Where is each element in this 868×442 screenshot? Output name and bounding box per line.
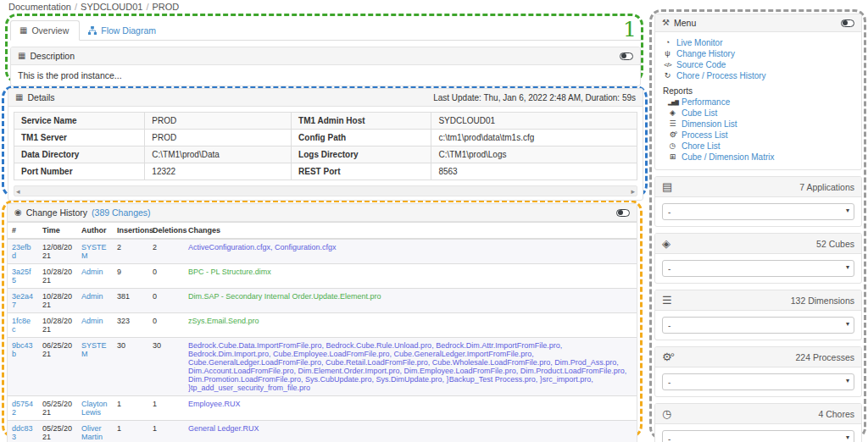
col-header-time: Time: [38, 223, 77, 240]
detail-value: 8563: [431, 163, 637, 180]
detail-value: SYDCLOUD01: [431, 113, 637, 130]
deletions-count: 1: [148, 396, 184, 421]
menu-item-process-list[interactable]: Process List: [663, 130, 854, 141]
insertions-count: 323: [113, 313, 148, 338]
detail-value: PROD: [145, 130, 292, 146]
detail-label: TM1 Admin Host: [292, 113, 431, 130]
author-link[interactable]: Oliver Martin: [81, 424, 103, 441]
scroll-left-icon[interactable]: ◂: [16, 187, 20, 196]
list-icon: [662, 295, 672, 306]
list-icon: [668, 120, 677, 128]
details-table: Service NamePROD TM1 Admin HostSYDCLOUD0…: [14, 112, 637, 180]
col-header-author: Author: [77, 223, 113, 240]
changes-link[interactable]: Bedrock.Cube.Data.ImportFromFile.pro, Be…: [188, 341, 626, 392]
chores-count-label: 4 Chores: [818, 409, 854, 419]
menu-link[interactable]: Change History: [676, 48, 735, 59]
commit-hash-link[interactable]: 1fc8ec: [12, 317, 31, 334]
detail-value: PROD: [145, 113, 292, 130]
breadcrumb-item-documentation[interactable]: Documentation: [8, 2, 71, 12]
author-link[interactable]: Admin: [81, 317, 103, 325]
menu-link[interactable]: Source Code: [676, 59, 726, 70]
description-title: Description: [30, 51, 75, 61]
collapse-toggle-icon[interactable]: [616, 209, 630, 217]
changes-link[interactable]: BPC - PL Structure.dimx: [188, 268, 271, 276]
change-history-header: Change History (389 Changes): [8, 204, 637, 222]
table-row: ddc833 05/25/2021 Oliver Martin 1 1 Gene…: [8, 421, 637, 442]
changes-link[interactable]: Employee.RUX: [188, 400, 241, 408]
last-update-label: Last Update: Thu, Jan 6, 2022 2:48 AM, D…: [433, 93, 636, 102]
menu-link[interactable]: Live Monitor: [676, 37, 722, 48]
table-row: 3e2a47 10/28/2021 Admin 381 0 Dim.SAP - …: [8, 289, 637, 313]
clock-icon: [668, 142, 677, 150]
deletions-count: 0: [148, 264, 184, 289]
commit-hash-link[interactable]: 9bc43b: [12, 341, 33, 358]
author-link[interactable]: Admin: [81, 268, 103, 276]
menu-item-live-monitor[interactable]: Live Monitor: [663, 37, 854, 48]
commit-time: 05/25/2021: [38, 421, 77, 442]
menu-link[interactable]: Cube List: [682, 108, 717, 119]
menu-link[interactable]: Dimension List: [682, 119, 737, 130]
author-link[interactable]: Admin: [81, 292, 103, 301]
detail-label: Config Path: [292, 130, 431, 146]
history-icon: [663, 72, 672, 80]
changes-link[interactable]: ActiveConfiguration.cfgx, Configuration.…: [188, 243, 337, 251]
menu-item-source-code[interactable]: Source Code: [663, 59, 854, 70]
commit-time: 10/28/2021: [38, 313, 77, 338]
menu-item-change-history[interactable]: Change History: [663, 48, 854, 59]
horizontal-scrollbar[interactable]: ◂ ▸: [14, 185, 637, 196]
chores-panel: 4 Chores - ▾: [654, 403, 862, 442]
change-history-table: # Time Author Insertions Deletions Chang…: [8, 222, 637, 442]
menu-title: Menu: [674, 18, 696, 28]
menu-link[interactable]: Chore List: [682, 141, 721, 152]
menu-item-dimension-list[interactable]: Dimension List: [663, 119, 854, 130]
detail-value: C:\TM1\prod\Logs: [431, 146, 637, 163]
menu-item-cube-dimension-matrix[interactable]: Cube / Dimension Matrix: [663, 152, 854, 163]
processes-select[interactable]: -: [662, 373, 854, 390]
dimensions-select[interactable]: -: [662, 317, 854, 334]
change-count-link[interactable]: (389 Changes): [92, 207, 150, 218]
col-header-changes: Changes: [184, 223, 637, 240]
menu-link[interactable]: Cube / Dimension Matrix: [682, 152, 774, 163]
detail-label: TM1 Server: [14, 130, 145, 146]
applications-select[interactable]: -: [662, 203, 854, 220]
chores-select[interactable]: -: [662, 430, 854, 442]
detail-label: Port Number: [14, 163, 145, 180]
eye-icon: [14, 208, 22, 217]
changes-link[interactable]: General Ledger.RUX: [188, 424, 259, 433]
menu-header: Menu: [655, 14, 861, 32]
commit-hash-link[interactable]: 3a25f5: [12, 268, 31, 285]
col-header-hash: #: [8, 223, 38, 240]
tab-overview[interactable]: Overview: [10, 20, 80, 41]
commit-hash-link[interactable]: 23efbd: [12, 243, 31, 260]
changes-link[interactable]: Dim.SAP - Secondary Internal Order.Updat…: [188, 292, 381, 301]
cubes-select[interactable]: -: [662, 260, 854, 277]
collapse-toggle-icon[interactable]: [841, 19, 854, 27]
tab-flow-diagram[interactable]: Flow Diagram: [80, 21, 166, 40]
breadcrumb-item-instance[interactable]: PROD: [152, 2, 179, 12]
collapse-toggle-icon[interactable]: [620, 52, 633, 60]
author-link[interactable]: SYSTEM: [81, 341, 107, 358]
menu-link[interactable]: Process List: [682, 130, 727, 141]
dimensions-count-label: 132 Dimensions: [791, 296, 854, 306]
menu-item-performance[interactable]: Performance: [663, 97, 854, 108]
changes-link[interactable]: zSys.Email.Send.pro: [188, 317, 259, 325]
commit-hash-link[interactable]: ddc833: [12, 424, 33, 441]
author-link[interactable]: SYSTEM: [81, 243, 107, 260]
detail-value: c:\tm1\prod\data\tm1s.cfg: [431, 130, 637, 146]
breadcrumb-item-server[interactable]: SYDCLOUD01: [81, 2, 142, 12]
description-text: This is the prod instance...: [11, 65, 640, 86]
breadcrumb-separator: /: [142, 2, 152, 12]
menu-link[interactable]: Chore / Process History: [676, 70, 766, 81]
insertions-count: 381: [113, 289, 148, 313]
commit-hash-link[interactable]: d57542: [12, 400, 33, 417]
menu-item-chore-list[interactable]: Chore List: [663, 141, 854, 152]
insertions-count: 9: [113, 264, 148, 289]
commit-hash-link[interactable]: 3e2a47: [12, 292, 33, 309]
author-link[interactable]: Clayton Lewis: [81, 400, 108, 417]
menu-item-cube-list[interactable]: Cube List: [663, 108, 854, 119]
menu-item-chore-process-history[interactable]: Chore / Process History: [663, 70, 854, 81]
menu-link[interactable]: Performance: [682, 97, 730, 108]
scroll-right-icon[interactable]: ▸: [631, 187, 635, 196]
cube-icon: [662, 238, 670, 249]
table-row: 23efbd 12/08/2021 SYSTEM 2 2 ActiveConfi…: [8, 239, 637, 264]
